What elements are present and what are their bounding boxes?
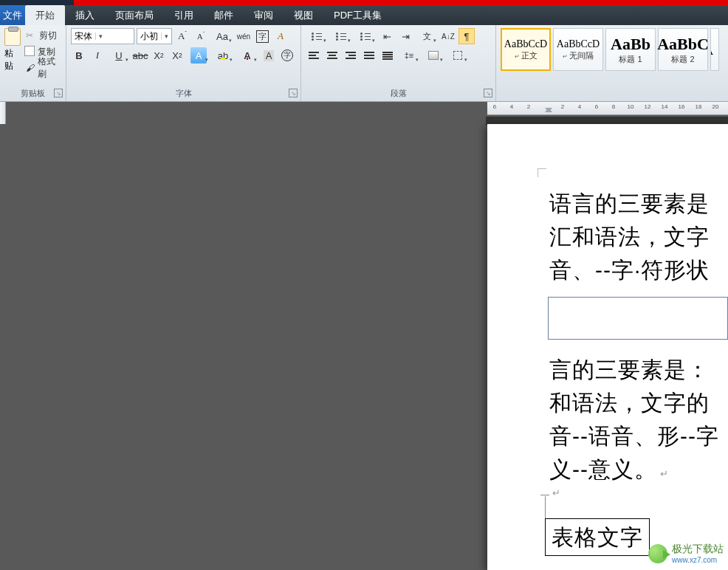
ruler-number: 4 [510,103,513,110]
ruler-number: 6 [595,103,598,110]
tab-view[interactable]: 视图 [284,5,323,25]
font-size-combo[interactable]: 小初▾ [137,28,172,44]
subscript-button[interactable]: X2 [151,47,167,63]
text-box[interactable] [548,297,728,340]
table-edge [540,495,549,495]
tab-review[interactable]: 审阅 [244,5,284,25]
tab-reference[interactable]: 引用 [164,5,204,25]
paragraph-dialog-launcher[interactable]: ↘ [484,89,492,97]
align-center-button[interactable] [324,47,340,63]
font-color-button[interactable]: A▾ [236,47,258,63]
indent-decrease-button[interactable]: ⇤ [379,28,395,44]
tab-reference-label: 引用 [174,9,193,22]
align-justify-button[interactable] [361,47,377,63]
style-name: 标题 1 [619,54,642,65]
style-card-2[interactable]: AaBb标题 1 [605,28,656,71]
change-case-button[interactable]: Aa▾ [211,28,233,44]
cut-button[interactable]: 剪切 [24,28,61,43]
strike-button[interactable]: abc [132,47,148,63]
enclose-char-button[interactable]: 字 [279,47,295,63]
style-card-overflow[interactable]: A [710,28,719,71]
clear-format-button[interactable]: A [272,28,289,44]
table-cell[interactable]: 表格文字 [545,518,650,556]
align-left-button[interactable] [306,47,322,63]
style-card-3[interactable]: AaBbC标题 2 [658,28,708,71]
paste-icon [4,28,21,46]
indent-increase-button[interactable]: ⇥ [397,28,413,44]
group-styles: AaBbCcD↵正文AaBbCcD↵无间隔AaBb标题 1AaBbC标题 2A [496,25,728,101]
tab-home-label: 开始 [35,9,55,22]
char-border-button[interactable]: 字 [254,28,270,44]
sort-button[interactable]: A↓Z [440,28,456,44]
text-effects-button[interactable]: A▾ [188,47,210,63]
paragraph-mark-icon: ↵ [660,468,669,479]
ruler-number: 2 [527,103,530,110]
watermark-sub: www.xz7.com [672,556,724,564]
style-name: 标题 2 [671,54,694,65]
grow-font-button[interactable]: Aˆ [174,28,190,44]
text-line[interactable]: 和语法，文字的 [549,386,728,419]
tab-insert[interactable]: 插入 [65,5,105,25]
bullets-icon [312,32,322,41]
document-page[interactable]: 语言的三要素是 汇和语法，文字 音、--字·符形状 言的三要素是： 和语法，文字… [487,124,728,570]
tab-file[interactable]: 文件 [0,5,25,25]
multilevel-button[interactable]: ▾ [354,28,377,44]
style-card-1[interactable]: AaBbCcD↵无间隔 [553,28,603,71]
scissors-icon [26,30,36,41]
text-line[interactable]: 音、--字·符形状 [549,253,728,286]
bucket-icon [428,51,439,60]
tab-home[interactable]: 开始 [25,5,65,25]
highlight-button[interactable]: ab▾ [212,47,234,63]
document-content[interactable]: 语言的三要素是 汇和语法，文字 音、--字·符形状 言的三要素是： 和语法，文字… [549,187,728,556]
phonetic-guide-button[interactable]: wén [236,28,252,44]
ruler-number: 12 [645,103,651,110]
bullets-button[interactable]: ▾ [306,28,328,44]
underline-button[interactable]: U▾ [108,47,130,63]
ruler-number: 20 [712,103,719,110]
shrink-font-button[interactable]: Aˇ [193,28,209,44]
text-line[interactable]: 语言的三要素是 [549,187,728,220]
title-bar [0,0,728,5]
horizontal-ruler[interactable]: 6422468101214161820 [487,102,728,115]
clipboard-dialog-launcher[interactable]: ↘ [54,89,63,97]
superscript-button[interactable]: X2 [169,47,185,63]
vertical-ruler[interactable] [0,102,6,124]
align-right-button[interactable] [343,47,359,63]
paste-button[interactable]: 粘贴 [4,28,21,88]
style-card-0[interactable]: AaBbCcD↵正文 [501,28,551,71]
text-line[interactable]: 音--语音、形--字 [549,419,728,453]
font-dialog-launcher[interactable]: ↘ [289,89,298,97]
text-line[interactable]: 汇和语法，文字 [549,220,728,253]
shading-button[interactable]: ▾ [422,47,444,63]
font-name-combo[interactable]: 宋体▾ [71,28,134,44]
bold-button[interactable]: B [71,47,87,63]
multilevel-icon [360,32,371,41]
text-line[interactable]: 言的三要素是： [549,353,728,386]
align-justify-icon [364,51,374,60]
format-painter-button[interactable]: 格式刷 [24,61,61,75]
text-line[interactable]: 义--意义。↵ [549,453,728,486]
tab-mail[interactable]: 邮件 [204,5,244,25]
italic-button[interactable]: I [89,47,106,63]
style-name: ↵正文 [515,50,538,61]
char-shading-button[interactable]: A [261,47,277,63]
tab-layout[interactable]: 页面布局 [105,5,164,25]
style-preview: AaBbC [657,35,709,54]
asian-layout-button[interactable]: 文▾ [416,28,438,44]
ruler-number: 10 [628,103,634,110]
line-spacing-button[interactable]: ‡≡▾ [398,47,420,63]
toggle-marks-button[interactable]: ¶ [459,28,475,44]
tab-view-label: 视图 [294,9,313,22]
hanging-indent-marker[interactable] [545,105,552,112]
painter-label: 格式刷 [38,55,60,80]
tab-pdf[interactable]: PDF工具集 [323,5,392,25]
distributed-button[interactable] [380,47,396,63]
numbering-button[interactable]: ▾ [330,28,352,44]
chevron-down-icon: ▾ [95,32,105,40]
ruler-number: 6 [493,103,496,110]
numbering-icon [336,32,346,41]
ruler-number: 4 [578,103,581,110]
style-preview: AaBb [611,35,650,54]
borders-button[interactable]: ▾ [447,47,469,63]
watermark-icon [648,544,667,563]
